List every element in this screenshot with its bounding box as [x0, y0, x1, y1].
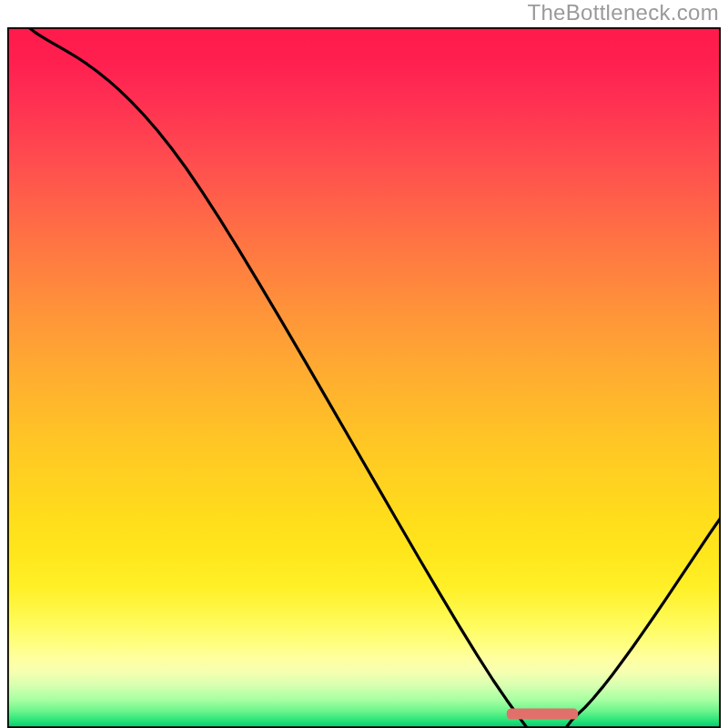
chart-background-gradient: [7, 27, 721, 728]
watermark-text: TheBottleneck.com: [527, 0, 719, 25]
bottleneck-chart: [7, 27, 721, 728]
optimal-range-marker: [507, 709, 578, 720]
